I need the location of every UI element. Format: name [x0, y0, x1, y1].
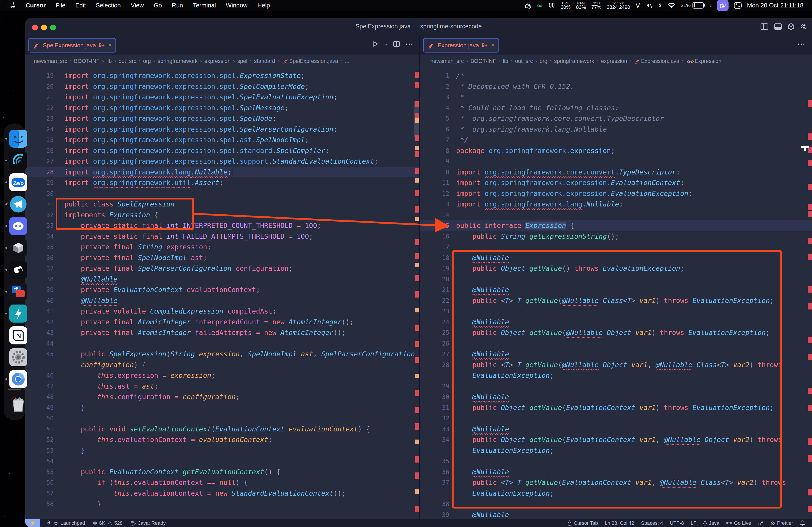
code-line[interactable]: 30	[25, 188, 419, 199]
line-number[interactable]: 58	[25, 499, 54, 509]
dock-trash[interactable]	[9, 395, 27, 413]
dock-chromium[interactable]	[9, 370, 27, 388]
code-line[interactable]: 38	[420, 499, 812, 509]
line-number[interactable]: 19	[420, 263, 449, 274]
code-line-wrap[interactable]: EvaluationException;	[420, 445, 812, 456]
menu-item-terminal[interactable]: Terminal	[193, 2, 216, 9]
line-number[interactable]: 51	[25, 424, 54, 435]
code-line[interactable]: 28 public <T> T getValue(@Nullable Objec…	[420, 360, 812, 370]
cursor-agent-icon[interactable]	[788, 23, 794, 30]
dock-zalo[interactable]: Zalo	[9, 174, 27, 191]
line-number[interactable]: 52	[25, 434, 54, 445]
line-number[interactable]: 28	[25, 167, 54, 178]
code-line[interactable]: 26import org.springframework.expression.…	[25, 146, 419, 156]
code-line[interactable]: 27import org.springframework.expression.…	[25, 156, 419, 167]
line-number[interactable]: 32	[25, 210, 54, 221]
code-line[interactable]: 13import org.springframework.lang.Nullab…	[420, 199, 812, 210]
line-number[interactable]: 26	[25, 146, 54, 156]
breadcrumb-file[interactable]: SpelExpression.java	[289, 58, 338, 64]
line-number[interactable]: 46	[25, 370, 54, 381]
run-button[interactable]	[372, 41, 378, 47]
status-problems[interactable]: ⊗6K⚠528	[93, 520, 122, 526]
line-number[interactable]: 34	[25, 231, 54, 242]
line-number[interactable]: 22	[25, 103, 54, 114]
line-number[interactable]: 34	[420, 434, 449, 445]
line-number[interactable]: 44	[25, 338, 54, 349]
v-menu-icon[interactable]: V	[636, 2, 640, 9]
battery-indicator[interactable]: 21%	[681, 2, 704, 9]
line-number[interactable]: 53	[25, 445, 54, 456]
code-line[interactable]: 38 @Nullable	[25, 274, 419, 285]
menu-item-selection[interactable]: Selection	[96, 2, 121, 9]
status-launchpad[interactable]: Launchpad	[46, 520, 85, 526]
code-line[interactable]: 29import org.springframework.util.Assert…	[25, 177, 419, 188]
code-line[interactable]: 49 }	[25, 402, 419, 413]
dock-flash[interactable]	[9, 304, 27, 322]
code-line[interactable]: 30 @Nullable	[420, 392, 812, 402]
code-line[interactable]: 14	[420, 210, 812, 221]
line-number[interactable]: 45	[25, 349, 54, 360]
menu-item-run[interactable]: Run	[172, 2, 183, 9]
code-line[interactable]: 5 * org.springframework.core.convert.Typ…	[420, 113, 812, 124]
status-cursor-tab[interactable]: Cursor Tab	[567, 520, 598, 526]
settings-gear-icon[interactable]	[800, 23, 808, 30]
line-number[interactable]: 24	[25, 124, 54, 135]
code-line[interactable]: 35	[420, 456, 812, 467]
line-number[interactable]: 31	[420, 402, 449, 413]
line-number[interactable]: 2	[420, 81, 449, 92]
breadcrumb-tail[interactable]: ...	[345, 58, 349, 64]
breadcrumb-item[interactable]: BOOT-INF	[74, 58, 100, 64]
line-number[interactable]: 8	[420, 146, 449, 156]
cpu-stat[interactable]: CPU20%	[561, 1, 571, 10]
line-number[interactable]	[25, 360, 54, 370]
code-line[interactable]: 20import org.springframework.expression.…	[25, 81, 419, 92]
code-line[interactable]: 32	[420, 413, 812, 424]
line-number[interactable]: 18	[420, 253, 449, 263]
code-line[interactable]: 24 @Nullable	[420, 317, 812, 328]
code-line[interactable]: 37 private final SpelParserConfiguration…	[25, 263, 419, 274]
tab-spelexpression[interactable]: SpelExpression.java 9+ ×	[28, 38, 116, 52]
code-line[interactable]: 15public interface Expression {	[420, 220, 812, 231]
line-number[interactable]: 36	[25, 253, 54, 263]
menu-item-view[interactable]: View	[131, 2, 144, 9]
code-line[interactable]: 9	[420, 156, 812, 167]
line-number[interactable]: 3	[420, 92, 449, 103]
status-key[interactable]	[758, 521, 764, 526]
breadcrumb-item[interactable]: lib	[503, 58, 508, 64]
line-number[interactable]: 57	[25, 488, 54, 499]
code-line[interactable]: 53 }	[25, 445, 419, 456]
line-number[interactable]: 23	[420, 306, 449, 317]
line-number[interactable]: 11	[420, 177, 449, 188]
dock-wave[interactable]	[9, 151, 27, 169]
line-number[interactable]: 55	[25, 467, 54, 478]
breadcrumb-item[interactable]: expression	[601, 58, 627, 64]
code-line-wrap[interactable]: EvaluationException;	[420, 488, 812, 499]
code-line[interactable]: 7 */	[420, 135, 812, 146]
code-line[interactable]: 46 this.expression = expression;	[25, 370, 419, 381]
breadcrumb-file[interactable]: Expression.java	[641, 58, 679, 64]
line-number[interactable]: 29	[420, 381, 449, 392]
line-number[interactable]: 21	[420, 284, 449, 295]
code-editor-right[interactable]: 1/*2 * Decompiled with CFR 0.152.3 *4 * …	[420, 67, 812, 520]
code-line[interactable]: 6 * org.springframework.lang.Nullable	[420, 124, 812, 135]
dock-settings[interactable]	[9, 348, 27, 366]
stats-widget-icon[interactable]	[524, 2, 532, 9]
wifi-icon[interactable]	[668, 2, 675, 9]
line-number[interactable]: 39	[25, 284, 54, 295]
line-number[interactable]: 21	[25, 92, 54, 103]
code-line[interactable]: 27 @Nullable	[420, 349, 812, 360]
code-line[interactable]: 55 public EvaluationContext getEvaluatio…	[25, 467, 419, 478]
code-line[interactable]: 23import org.springframework.expression.…	[25, 113, 419, 124]
line-number[interactable]: 37	[420, 477, 449, 488]
code-line[interactable]: 23	[420, 306, 812, 317]
code-line[interactable]: 22import org.springframework.expression.…	[25, 103, 419, 114]
breadcrumb-item[interactable]: expression	[204, 58, 231, 64]
line-number[interactable]: 6	[420, 124, 449, 135]
line-number[interactable]: 26	[420, 338, 449, 349]
code-line[interactable]: 47 this.ast = ast;	[25, 381, 419, 392]
code-line[interactable]: 21import org.springframework.expression.…	[25, 92, 419, 103]
line-number[interactable]: 20	[420, 274, 449, 285]
code-line[interactable]: 22 public <T> T getValue(@Nullable Class…	[420, 295, 812, 306]
breadcrumb-item[interactable]: BOOT-INF	[470, 58, 496, 64]
tab-close-icon[interactable]: ×	[108, 42, 112, 49]
